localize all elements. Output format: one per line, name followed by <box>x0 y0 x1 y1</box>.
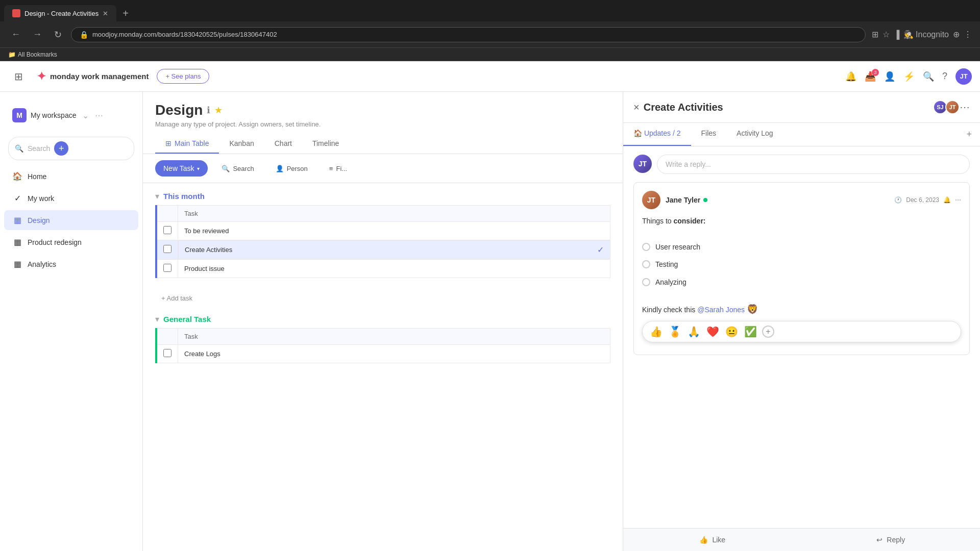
address-bar[interactable]: 🔒 moodjoy.monday.com/boards/1830420525/p… <box>71 27 866 42</box>
person-filter-button[interactable]: 👤 Person <box>268 161 315 177</box>
comment-name: Jane Tyler <box>666 196 707 204</box>
group-toggle-general[interactable]: ▾ <box>155 314 159 324</box>
extensions-icon[interactable]: ⊕ <box>953 30 960 39</box>
task-checkbox[interactable] <box>163 226 172 234</box>
task-checkbox-selected[interactable] <box>163 245 172 253</box>
reader-mode-icon[interactable]: ⊞ <box>872 30 878 39</box>
search-global-icon[interactable]: 🔍 <box>923 71 934 82</box>
apps-grid-icon[interactable]: ⊞ <box>8 70 29 83</box>
analytics-icon: ▦ <box>12 259 22 269</box>
task-name-create-logs[interactable]: Create Logs <box>178 345 610 363</box>
emoji-heart[interactable]: ❤️ <box>705 324 720 339</box>
new-task-dropdown-icon[interactable]: ▾ <box>197 166 200 171</box>
panel-tab-activity-log[interactable]: Activity Log <box>726 123 783 146</box>
radio-testing[interactable] <box>642 260 650 268</box>
sidebar-item-home[interactable]: 🏠 Home <box>4 166 138 186</box>
workspace-more-icon[interactable]: ⋯ <box>95 111 103 120</box>
checklist-item-analyzing: Analyzing <box>642 273 961 291</box>
group-table-general: Task Create Logs <box>155 328 610 363</box>
new-tab-button[interactable]: + <box>118 6 133 21</box>
see-plans-button[interactable]: + See plans <box>157 69 209 84</box>
comment-more-icon[interactable]: ⋯ <box>955 196 961 204</box>
group-name-this-month: This month <box>163 192 205 201</box>
tab-chart[interactable]: Chart <box>264 134 302 154</box>
mention-sarah[interactable]: @Sarah Jones <box>697 306 745 314</box>
emoji-reaction-bar: 👍 🏅 🙏 ❤️ 😐 ✅ + <box>642 321 961 342</box>
tab-main-table[interactable]: ⊞ Main Table <box>155 134 219 154</box>
task-checkbox-product[interactable] <box>163 264 172 272</box>
sidebar-workspace[interactable]: M My workspace ⌄ ⋯ <box>4 104 138 127</box>
updates-icon: 🏠 <box>633 129 642 137</box>
comment-emoji: 🦁 <box>747 304 758 314</box>
emoji-checkmark[interactable]: ✅ <box>743 324 758 339</box>
panel-tab-files[interactable]: Files <box>691 123 727 146</box>
filter-button[interactable]: ≡ Fi... <box>322 161 355 177</box>
browser-menu-icon[interactable]: ⋮ <box>964 30 972 39</box>
radio-user-research[interactable] <box>642 243 650 251</box>
workspace-expand-icon: ⌄ <box>82 111 89 120</box>
url-text: moodjoy.monday.com/boards/1830420525/pul… <box>92 31 277 38</box>
new-task-button[interactable]: New Task ▾ <box>155 160 208 177</box>
clock-icon: 🕐 <box>894 196 902 204</box>
filter-icon: ≡ <box>329 165 333 172</box>
comment-avatar-jane: JT <box>642 191 660 209</box>
reply-button[interactable]: ↩ Reply <box>802 529 981 551</box>
board-content: ▾ This month Task To be reviewed <box>143 183 623 551</box>
emoji-medal[interactable]: 🏅 <box>668 324 682 339</box>
refresh-button[interactable]: ↻ <box>51 27 65 42</box>
emoji-add-button[interactable]: + <box>762 325 774 338</box>
radio-analyzing[interactable] <box>642 278 650 286</box>
emoji-pray[interactable]: 🙏 <box>687 324 701 339</box>
tab-kanban[interactable]: Kanban <box>219 134 264 154</box>
product-redesign-icon: ▦ <box>12 237 22 247</box>
group-general-task-header: ▾ General Task <box>155 314 610 324</box>
reply-input[interactable]: Write a reply... <box>657 155 970 174</box>
emoji-thumbsup[interactable]: 👍 <box>649 324 664 339</box>
sidebar-toggle-icon[interactable]: ▐ <box>894 30 899 39</box>
checklist-item-user-research: User research <box>642 238 961 256</box>
panel-avatars: SJ JT <box>933 100 960 114</box>
panel-more-icon[interactable]: ⋯ <box>960 101 970 113</box>
bookmark-icon[interactable]: ☆ <box>883 30 890 39</box>
sidebar-item-design[interactable]: ▦ Design <box>4 210 138 230</box>
back-button[interactable]: ← <box>8 27 23 42</box>
panel-tab-updates[interactable]: 🏠 Updates / 2 <box>623 123 691 146</box>
panel-add-update-button[interactable]: + <box>958 123 980 146</box>
tab-close-button[interactable]: ✕ <box>103 10 108 17</box>
board-title: Design <box>155 102 203 118</box>
integrations-icon[interactable]: ⚡ <box>903 71 915 82</box>
like-icon: 👍 <box>699 536 708 544</box>
task-name-to-be-reviewed[interactable]: To be reviewed <box>178 222 610 240</box>
like-button[interactable]: 👍 Like <box>623 529 802 551</box>
invite-icon[interactable]: 👤 <box>884 71 895 82</box>
sidebar-item-product-redesign[interactable]: ▦ Product redesign <box>4 232 138 252</box>
help-icon[interactable]: ? <box>942 71 947 82</box>
sidebar-mywork-label: My work <box>28 194 54 203</box>
group-toggle-this-month[interactable]: ▾ <box>155 191 159 201</box>
add-task-button[interactable]: + Add task <box>155 290 610 306</box>
user-avatar[interactable]: JT <box>955 68 972 85</box>
forward-button[interactable]: → <box>30 27 45 42</box>
board-star-icon[interactable]: ★ <box>214 105 223 116</box>
sidebar-item-analytics[interactable]: ▦ Analytics <box>4 254 138 274</box>
inbox-icon[interactable]: 📥 3 <box>865 71 876 82</box>
sidebar-add-button[interactable]: + <box>54 141 68 156</box>
sidebar-search[interactable]: 🔍 Search + <box>8 137 134 160</box>
search-button[interactable]: 🔍 Search <box>214 161 261 177</box>
task-checkbox-gen[interactable] <box>163 349 172 357</box>
panel-close-button[interactable]: × <box>633 102 640 113</box>
online-status-dot <box>703 198 707 202</box>
sidebar-item-mywork[interactable]: ✓ My work <box>4 188 138 208</box>
task-name-create-activities[interactable]: Create Activities ✓ <box>178 240 610 259</box>
browser-tab-active[interactable]: Design - Create Activities ✕ <box>4 5 116 21</box>
notifications-icon[interactable]: 🔔 <box>845 71 856 82</box>
board-header: Design ℹ ★ Manage any type of project. A… <box>143 92 623 154</box>
bookmarks-all[interactable]: 📁 All Bookmarks <box>8 51 57 58</box>
board-info-icon[interactable]: ℹ <box>207 105 210 116</box>
tab-timeline[interactable]: Timeline <box>302 134 349 154</box>
task-name-product-issue[interactable]: Product issue <box>178 260 610 278</box>
browser-chrome: Design - Create Activities ✕ + ← → ↻ 🔒 m… <box>0 0 980 61</box>
bookmarks-icon: 📁 <box>8 51 16 58</box>
comment-reminder-icon[interactable]: 🔔 <box>943 196 951 204</box>
emoji-neutral[interactable]: 😐 <box>724 324 739 339</box>
